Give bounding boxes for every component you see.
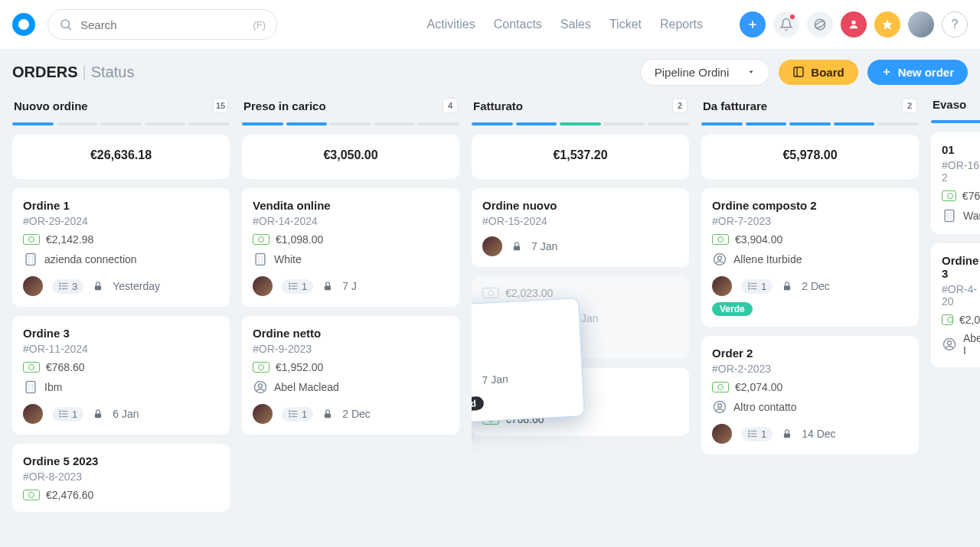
assignee-avatar[interactable] — [23, 276, 43, 296]
card-title: Ordine 1 — [23, 199, 219, 212]
money-icon — [712, 234, 729, 245]
svg-rect-87 — [784, 285, 790, 290]
card-date: 7 Jan — [531, 240, 557, 252]
column-title: Da fatturare — [703, 99, 767, 112]
pipeline-select[interactable]: Pipeline Ordini — [640, 59, 770, 86]
column-count: 15 — [213, 98, 228, 113]
nav-ticket[interactable]: Ticket — [609, 18, 642, 31]
amount-row: €2,023.00 — [472, 344, 570, 366]
person-icon — [712, 252, 727, 267]
amount-value: €2,476.60 — [46, 489, 93, 501]
company-row: Ibm — [23, 379, 219, 395]
task-count[interactable]: 1 — [741, 279, 773, 294]
explore-button[interactable] — [807, 11, 833, 37]
assignee-avatar[interactable] — [482, 236, 502, 256]
order-card[interactable]: Order 2#OR-2-2023€2,074.00Altro contatto… — [701, 336, 919, 454]
amount-value: €1,952.00 — [276, 361, 323, 373]
task-count[interactable]: 1 — [52, 407, 83, 422]
alert-button[interactable] — [841, 11, 867, 37]
assignee-avatar[interactable] — [253, 276, 273, 296]
svg-point-84 — [749, 283, 750, 284]
order-card[interactable]: Ordine netto#OR-9-2023€1,952.00Abel Macl… — [242, 316, 459, 435]
kanban-board[interactable]: Nuovo ordine15€26,636.18Ordine 1#OR-29-2… — [0, 95, 980, 547]
logo[interactable] — [12, 13, 35, 36]
building-icon — [253, 252, 268, 267]
card-meta: 17 Jan — [472, 366, 572, 395]
task-count[interactable]: 1 — [741, 427, 773, 441]
assignee-avatar[interactable] — [253, 404, 273, 424]
order-card[interactable]: Ordine 5 2023#OR-8-2023€2,476.60 — [12, 444, 230, 512]
add-button[interactable] — [740, 11, 766, 37]
amount-value: €2,142.98 — [46, 233, 93, 246]
favorites-button[interactable] — [874, 11, 900, 37]
card-date: 6 Jan — [113, 408, 139, 420]
kanban-column[interactable]: Preso in carico4€3,050.00Vendita online#… — [242, 95, 459, 547]
nav-activities[interactable]: Activities — [427, 18, 475, 31]
lock-icon — [322, 281, 333, 291]
tag[interactable]: lead — [472, 396, 484, 412]
task-count[interactable]: 1 — [282, 279, 313, 294]
order-card[interactable]: Vendita online#OR-14-2024€1,098.00White1… — [242, 188, 459, 307]
column-title: Fatturato — [473, 99, 523, 112]
kanban-column[interactable]: Evaso01#OR-16-2€768WardOrdine 3#OR-4-20€… — [931, 95, 980, 547]
kanban-column[interactable]: Fatturato2€1,537.20Ordine nuovo#OR-15-20… — [472, 95, 689, 547]
column-progress — [931, 120, 980, 123]
svg-rect-13 — [26, 254, 35, 265]
svg-point-62 — [289, 416, 290, 417]
tag[interactable]: Verde — [712, 302, 753, 316]
task-count[interactable]: 1 — [282, 407, 313, 422]
task-count[interactable]: 3 — [52, 279, 83, 294]
order-card[interactable]: Ordine 3#OR-11-2024€768.60Ibm16 Jan — [12, 316, 230, 435]
svg-point-89 — [718, 404, 722, 408]
kanban-column[interactable]: Da fatturare2€5,978.00Ordine composto 2#… — [701, 95, 919, 547]
amount-row: €1,952.00 — [253, 361, 449, 373]
main-nav: Activities Contacts Sales Ticket Reports… — [427, 11, 968, 37]
search-box[interactable]: (F) — [47, 9, 277, 40]
plus-icon — [881, 67, 892, 77]
order-card[interactable]: Ordine nuovo#OR-15-20247 Jan — [472, 188, 689, 267]
assignee-avatar[interactable] — [712, 424, 732, 444]
company-row: azienda connection — [23, 252, 219, 267]
person-icon — [942, 337, 957, 352]
lock-icon — [511, 241, 522, 252]
money-icon — [23, 234, 40, 245]
svg-rect-63 — [325, 413, 331, 418]
order-card[interactable]: 01#OR-16-2€768Ward — [931, 132, 980, 234]
lock-icon — [472, 376, 473, 387]
kanban-column[interactable]: Nuovo ordine15€26,636.18Ordine 1#OR-29-2… — [12, 95, 230, 547]
card-title: Vendita online — [253, 199, 449, 212]
card-tags: Verde — [712, 302, 908, 316]
svg-point-60 — [289, 411, 290, 412]
nav-sales[interactable]: Sales — [560, 18, 591, 31]
amount-value: €2,08 — [959, 314, 980, 326]
notifications-button[interactable] — [773, 11, 799, 37]
board-view-button[interactable]: Board — [779, 60, 858, 85]
company-row: Abel Maclead — [253, 379, 449, 395]
svg-marker-7 — [882, 19, 892, 29]
order-card[interactable]: Ordine 3#OR-4-20€2,08Abel I — [931, 243, 980, 367]
search-input[interactable] — [80, 18, 253, 31]
svg-point-80 — [718, 256, 722, 260]
new-order-button[interactable]: New order — [867, 60, 968, 85]
order-card[interactable]: Ordine custom#OR-18-2024€2,023.0017 JanS… — [472, 298, 585, 427]
help-button[interactable]: ? — [942, 11, 968, 37]
svg-point-24 — [60, 285, 60, 286]
nav-reports[interactable]: Reports — [660, 18, 703, 31]
building-icon — [23, 252, 38, 267]
amount-row: €2,08 — [942, 314, 980, 326]
order-card[interactable]: Ordine 1#OR-29-2024€2,142.98azienda conn… — [12, 188, 230, 307]
column-total: €5,978.00 — [701, 135, 919, 179]
card-meta: 17 J — [253, 276, 449, 296]
assignee-avatar[interactable] — [712, 276, 732, 296]
column-title: Evaso — [933, 98, 966, 111]
svg-point-38 — [60, 413, 60, 414]
company-name: Ward — [963, 210, 980, 222]
order-card[interactable]: Ordine composto 2#OR-7-2023€3,904.00Alle… — [701, 188, 919, 327]
page-title: ORDERS — [12, 63, 78, 81]
nav-contacts[interactable]: Contacts — [494, 18, 542, 31]
amount-row: €2,074.00 — [712, 381, 908, 393]
assignee-avatar[interactable] — [23, 404, 43, 424]
card-meta: 16 Jan — [23, 404, 219, 424]
svg-rect-9 — [794, 67, 803, 77]
user-avatar[interactable] — [908, 11, 934, 37]
